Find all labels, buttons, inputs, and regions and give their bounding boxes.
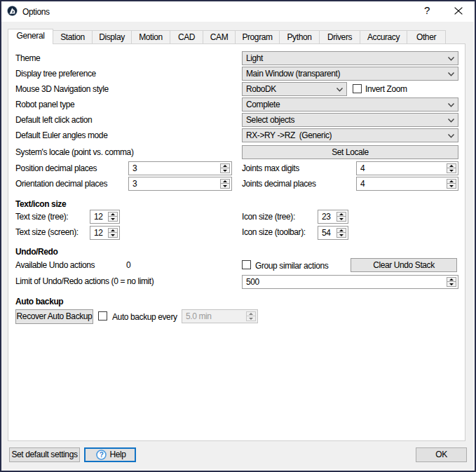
svg-text:?: ?: [100, 451, 104, 459]
